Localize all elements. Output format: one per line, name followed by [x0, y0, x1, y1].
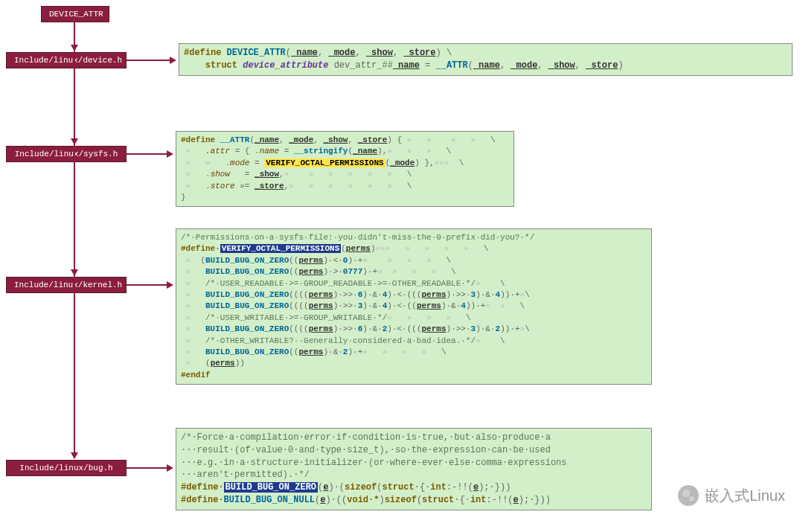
arrowhead-icon [167, 281, 173, 289]
arrow-to-code [127, 60, 171, 61]
arrowhead-icon [170, 57, 176, 64]
code-sysfs: #define __ATTR(_name, _mode, _show, _sto… [176, 131, 514, 207]
node-root: DEVICE_ATTR [41, 6, 109, 22]
arrowhead-icon [71, 138, 78, 145]
arrow-main-line [74, 22, 75, 458]
node-bug: Include/linux/bug.h [6, 460, 127, 476]
watermark: 嵌入式Linux [678, 485, 785, 506]
watermark-text: 嵌入式Linux [705, 486, 785, 506]
code-kernel: /*·Permissions·on·a·sysfs·file:·you·didn… [176, 228, 652, 385]
arrowhead-icon [71, 269, 78, 276]
arrowhead-icon [71, 45, 78, 51]
code-bug: /*·Force·a·compilation·error·if·conditio… [176, 428, 652, 510]
wechat-icon [678, 485, 699, 506]
node-sysfs: Include/linux/sysfs.h [6, 146, 127, 162]
arrow-to-code [127, 284, 168, 286]
arrow-to-code [127, 153, 168, 155]
node-kernel: Include/linux/kernel.h [6, 277, 127, 293]
code-device: #define DEVICE_ATTR(_name, _mode, _show,… [179, 43, 793, 76]
arrowhead-icon [167, 150, 173, 158]
node-device: Include/linux/device.h [6, 52, 127, 68]
arrowhead-icon [71, 452, 78, 459]
arrow-to-code [127, 467, 168, 469]
arrowhead-icon [167, 464, 173, 472]
